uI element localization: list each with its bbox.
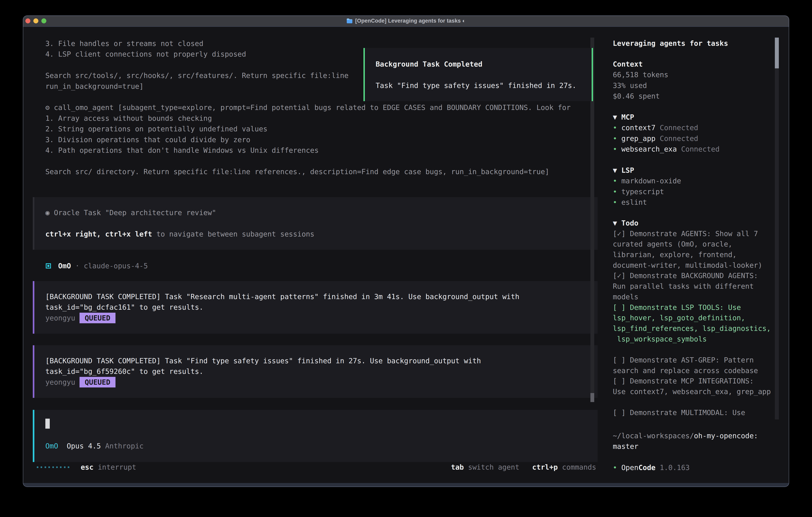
app-version-line: • OpenCode 1.0.163: [613, 462, 690, 473]
agent-header: OmO · claude-opus-4-5: [46, 261, 148, 271]
task-block: [BACKGROUND TASK COMPLETED] Task "Find t…: [33, 345, 598, 398]
spinner-dot: [45, 466, 46, 468]
chat-line: Search src/ directory. Return specific f…: [46, 166, 571, 177]
todo-line: search and replace across codebase: [613, 365, 771, 376]
task-block-line: task_id="bg_dcfac161" to get results.: [46, 302, 598, 312]
window-bottom-strip: [23, 483, 789, 487]
todo-line: [ ] Demonstrate MCP INTEGRATIONS:: [613, 376, 771, 386]
input-model-line: OmO Opus 4.5 Anthropic: [46, 441, 144, 451]
todo-line: lsp_find_references, lsp_diagnostics,: [613, 323, 771, 334]
chat-line: [46, 156, 571, 166]
close-button[interactable]: [25, 19, 30, 23]
version-dot-icon: •: [613, 463, 621, 472]
todo-line: [✓] Demonstrate AGENTS: Show all 7: [613, 228, 771, 239]
agent-model: · claude-opus-4-5: [71, 262, 148, 270]
spinner-dot: [56, 466, 58, 468]
minimize-button[interactable]: [33, 19, 38, 23]
context-stat: $0.46 spent: [613, 91, 668, 101]
mcp-item: • websearch_exa Connected: [613, 144, 720, 154]
todo-line: [✓] Demonstrate BACKGROUND AGENTS:: [613, 271, 771, 281]
lsp-item: • eslint: [613, 197, 681, 208]
lsp-item: • markdown-oxide: [613, 175, 681, 186]
oracle-panel-line: ◉ Oracle Task "Deep architecture review": [46, 207, 598, 218]
prompt-input[interactable]: OmO Opus 4.5 Anthropic: [33, 410, 598, 462]
lsp-dot-icon: •: [613, 198, 621, 206]
connected-dot-icon: •: [613, 124, 621, 132]
zoom-button[interactable]: [41, 19, 46, 23]
todo-line: document-writer, multimodal-looker): [613, 260, 771, 271]
window-title: [OpenCode] Leveraging agents for tasks ◐: [355, 18, 466, 24]
esc-key-label: esc: [81, 463, 93, 471]
todo-line: models: [613, 292, 771, 302]
context-stat: 33% used: [613, 80, 668, 91]
task-status-line: yeongyu QUEUED: [46, 377, 598, 387]
spinner-dot: [48, 466, 50, 468]
traffic-lights: [25, 19, 46, 23]
agent-header-text: OmO · claude-opus-4-5: [58, 261, 148, 271]
task-block-line: [BACKGROUND TASK COMPLETED] Task "Resear…: [46, 291, 598, 302]
todo-line: [613, 344, 771, 355]
ctrlp-key-label: ctrl+p: [532, 463, 558, 471]
spinner-dot: [60, 466, 61, 468]
queued-badge: QUEUED: [80, 377, 115, 387]
interrupt-hint: esc interrupt: [81, 462, 136, 472]
window-title-group: [OpenCode] Leveraging agents for tasks ◐: [346, 18, 466, 24]
todo-line: Run parallel tasks with different: [613, 281, 771, 292]
chat-scrollbar-thumb[interactable]: [590, 393, 594, 402]
toast-message: Task "Find type safety issues" finished …: [376, 80, 591, 91]
connected-dot-icon: •: [613, 145, 621, 153]
todo-line: [ ] Demonstrate LSP TOOLS: Use: [613, 302, 771, 313]
task-block-line: task_id="bg_6f59260c" to get results.: [46, 366, 598, 377]
folder-icon: [346, 18, 353, 24]
mcp-heading: ▼ MCP: [613, 112, 720, 123]
gear-icon: ⚙: [46, 103, 54, 112]
oracle-task-panel: ◉ Oracle Task "Deep architecture review"…: [33, 197, 598, 250]
spinner-dot: [64, 466, 65, 468]
input-model-name: Opus 4.5: [67, 442, 101, 450]
tab-key-label: tab: [451, 463, 464, 471]
workspace-path: ~/local-workspaces/oh-my-opencode:master: [613, 430, 758, 452]
agent-name: OmO: [58, 262, 71, 270]
spinner-dot: [52, 466, 54, 468]
chat-line: ⚙ call_omo_agent [subagent_type=explore,…: [46, 102, 571, 113]
task-status-icon: ◉: [46, 209, 54, 217]
task-block-line: [BACKGROUND TASK COMPLETED] Task "Find t…: [46, 355, 598, 366]
task-status-line: yeongyu QUEUED: [46, 313, 598, 323]
toast-title: Background Task Completed: [376, 59, 591, 70]
opencode-terminal-window: [OpenCode] Leveraging agents for tasks ◐…: [23, 16, 789, 487]
mcp-section: ▼ MCP• context7 Connected• grep_app Conn…: [613, 112, 720, 155]
workspace-path-line: ~/local-workspaces/oh-my-opencode:: [613, 430, 758, 441]
chat-line: 1. Array access without bounds checking: [46, 113, 571, 124]
chat-line: 3. File handles or streams not closed: [46, 38, 571, 49]
workspace-branch-line: master: [613, 441, 758, 452]
todo-line: [ ] Demonstrate MULTIMODAL: Use: [613, 407, 771, 418]
sidebar-scrollbar[interactable]: [775, 37, 779, 419]
lsp-item: • typescript: [613, 186, 681, 197]
todo-line: Use context7, websearch_exa, grep_app: [613, 386, 771, 397]
chat-line: 2. String operations on potentially unde…: [46, 124, 571, 134]
spinner-dot: [37, 466, 38, 468]
app-version: • OpenCode 1.0.163: [613, 462, 690, 473]
context-heading: Context: [613, 59, 668, 70]
session-title: Leveraging agents for tasks: [613, 38, 728, 49]
spinner-dot: [40, 466, 42, 468]
collapse-triangle-icon: ▼: [613, 113, 621, 121]
todo-line: lsp_hover, lsp_goto_definition,: [613, 313, 771, 323]
titlebar: [OpenCode] Leveraging agents for tasks ◐: [23, 16, 789, 27]
lsp-section: ▼ LSP• markdown-oxide• typescript• eslin…: [613, 165, 681, 208]
lsp-dot-icon: •: [613, 188, 621, 196]
todo-line: [613, 397, 771, 408]
status-bar: esc interrupt tab switch agent ctrl+p co…: [23, 462, 596, 472]
spinner-dots: [37, 466, 69, 468]
commands-label: commands: [558, 463, 596, 471]
task-author: yeongyu: [46, 314, 80, 322]
todo-line: librarian, explore, frontend,: [613, 249, 771, 260]
collapse-triangle-icon: ▼: [613, 166, 621, 174]
todo-line: curated agents (OmO, oracle,: [613, 239, 771, 249]
input-model-row: OmO Opus 4.5 Anthropic: [46, 441, 144, 451]
sidebar-scrollbar-thumb[interactable]: [775, 37, 779, 69]
lsp-heading: ▼ LSP: [613, 165, 681, 175]
lsp-dot-icon: •: [613, 177, 621, 185]
todo-section: ▼ Todo[✓] Demonstrate AGENTS: Show all 7…: [613, 218, 771, 418]
input-agent-name: OmO: [46, 442, 58, 450]
